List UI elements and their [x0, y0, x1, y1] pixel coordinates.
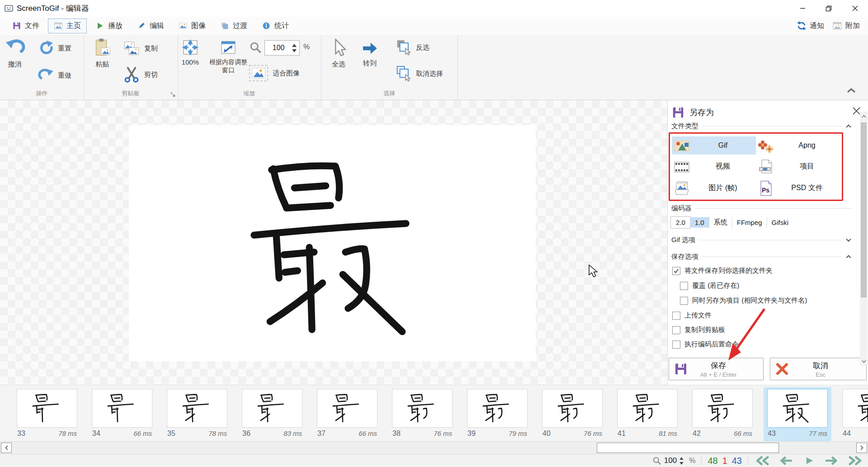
filetype-project[interactable]: 项目 [756, 158, 840, 176]
attached-icon [832, 21, 842, 31]
skip-to-first-button[interactable] [754, 455, 771, 466]
checkbox-upload-file[interactable]: 上传文件 [672, 311, 712, 320]
ribbon-group-selection: 全选 转到 反选 取消选择 选择 [321, 35, 458, 100]
status-zoom-value[interactable]: 100 [664, 456, 677, 465]
scroll-left-icon[interactable] [1, 443, 12, 453]
tab-image[interactable]: 图像 [173, 19, 212, 33]
save-options-section-header[interactable]: 保存选项 [671, 252, 852, 261]
skip-to-last-button[interactable] [846, 455, 863, 466]
encoder-20[interactable]: 2.0 [671, 217, 690, 228]
notifications-button[interactable]: 通知 [797, 21, 824, 31]
frame-34[interactable]: 34 66 ms [88, 387, 156, 441]
zoom-spinner[interactable] [292, 44, 299, 52]
deselect-button[interactable]: 取消选择 [394, 65, 443, 83]
tab-edit[interactable]: 编辑 [131, 19, 170, 33]
gif-options-section-header[interactable]: Gif 选项 [671, 236, 852, 244]
title-bar: ScreenToGif - 编辑器 [0, 0, 868, 17]
encoder-ffmpeg[interactable]: FFmpeg [732, 217, 767, 228]
checkbox-save-to-folder[interactable]: 将文件保存到你选择的文件夹 [672, 266, 773, 275]
save-as-icon [671, 106, 685, 119]
tab-stats[interactable]: 统计 [256, 19, 295, 33]
filetype-apng[interactable]: Apng [756, 136, 840, 154]
fit-window-button[interactable]: 根据内容调整窗口 [209, 38, 247, 74]
fit-image-button[interactable]: 适合图像 [248, 63, 300, 84]
status-zoom-spinner[interactable] [679, 457, 686, 465]
expand-gif-options-icon[interactable] [845, 238, 852, 242]
ribbon-group-clipboard: 粘贴 复制 剪切 剪贴板 [84, 35, 178, 100]
checkbox-overwrite[interactable]: 覆盖 (若已存在) [680, 281, 739, 290]
apng-icon [758, 138, 774, 153]
cut-icon [123, 65, 141, 84]
reset-button[interactable]: 重置 [38, 40, 71, 56]
attached-button[interactable]: 附加 [832, 21, 860, 31]
collapse-save-options-icon[interactable] [845, 255, 852, 259]
tab-home[interactable]: 主页 [48, 19, 87, 33]
panel-scrollbar[interactable] [860, 112, 868, 366]
frame-41[interactable]: 41 81 ms [613, 387, 681, 441]
frame-38[interactable]: 38 76 ms [388, 387, 456, 441]
collapse-file-type-icon[interactable] [845, 124, 852, 128]
select-all-button[interactable]: 全选 [328, 37, 349, 69]
clipboard-dialog-launcher-icon[interactable] [170, 92, 175, 97]
filetype-video[interactable]: 视频 [672, 158, 756, 176]
frame-42[interactable]: 42 66 ms [689, 387, 756, 441]
encoder-10[interactable]: 1.0 [690, 217, 709, 228]
frame-37[interactable]: 37 66 ms [313, 387, 381, 441]
close-button[interactable] [842, 0, 868, 17]
group-label-operations: 操作 [0, 89, 84, 98]
frame-strip-scrollbar[interactable] [0, 441, 868, 454]
canvas[interactable] [129, 125, 536, 361]
paste-button[interactable]: 粘贴 [92, 37, 113, 69]
filetype-psd[interactable]: Ps PSD 文件 [756, 179, 840, 197]
collapse-ribbon-button[interactable] [846, 87, 856, 93]
panel-scrollbar-thumb[interactable] [861, 122, 867, 298]
play-button[interactable] [800, 455, 817, 466]
frames-icon [674, 180, 690, 196]
next-frame-button[interactable] [823, 455, 840, 466]
frame-36[interactable]: 36 83 ms [238, 387, 306, 441]
group-label-zoom: 缩放 [178, 89, 321, 98]
svg-text:Ps: Ps [762, 187, 769, 194]
tab-file[interactable]: 文件 [6, 19, 45, 33]
panel-title: 另存为 [689, 107, 714, 118]
magnifier-icon [249, 41, 262, 54]
save-as-panel: 另存为 文件类型 Gif Apng 视频 项目 图片 (帧) Ps PSD 文件… [667, 100, 868, 385]
checkbox-copy-clipboard[interactable]: 复制到剪贴板 [672, 326, 725, 334]
frame-40[interactable]: 40 76 ms [538, 387, 606, 441]
frame-43[interactable]: 43 77 ms [764, 387, 831, 441]
tab-play[interactable]: 播放 [90, 19, 128, 33]
file-type-highlight-box: Gif Apng 视频 项目 图片 (帧) Ps PSD 文件 [669, 132, 843, 201]
zoom-100-button[interactable]: 100% [181, 38, 199, 66]
encoder-system[interactable]: 系统 [709, 217, 732, 228]
scrollbar-thumb[interactable] [597, 443, 779, 453]
group-label-selection: 选择 [321, 89, 458, 98]
previous-frame-button[interactable] [777, 455, 794, 466]
copy-button[interactable]: 复制 [123, 39, 158, 57]
encoder-section-header: 编码器 [671, 204, 852, 213]
invert-selection-button[interactable]: 反选 [394, 38, 429, 56]
scroll-right-icon[interactable] [856, 443, 867, 453]
panel-scroll-down-icon[interactable] [860, 357, 868, 366]
go-to-button[interactable]: 转到 [361, 39, 379, 68]
filetype-frames[interactable]: 图片 (帧) [672, 179, 756, 197]
minimize-button[interactable] [789, 0, 816, 17]
filetype-gif[interactable]: Gif [672, 136, 756, 154]
frame-39[interactable]: 39 79 ms [463, 387, 531, 441]
restore-button[interactable] [816, 0, 842, 17]
frame-35[interactable]: 35 78 ms [163, 387, 231, 441]
stats-icon [262, 21, 271, 30]
tab-transition[interactable]: 过渡 [214, 19, 253, 33]
panel-scroll-up-icon[interactable] [860, 112, 868, 121]
cancel-button-icon [775, 362, 789, 376]
image-icon [179, 21, 188, 30]
zoom-value-input[interactable]: 100 [264, 40, 300, 56]
encoder-gifski[interactable]: Gifski [767, 217, 793, 228]
frame-33[interactable]: 33 78 ms [13, 387, 81, 441]
undo-button[interactable]: 撤消 [5, 37, 25, 69]
redo-button[interactable]: 重做 [38, 67, 71, 84]
copy-icon [123, 39, 141, 57]
cancel-button[interactable]: 取消 Esc [770, 358, 867, 380]
cut-button[interactable]: 剪切 [123, 65, 158, 84]
deselect-icon [394, 65, 412, 83]
frame-44[interactable]: 44 [839, 387, 868, 441]
